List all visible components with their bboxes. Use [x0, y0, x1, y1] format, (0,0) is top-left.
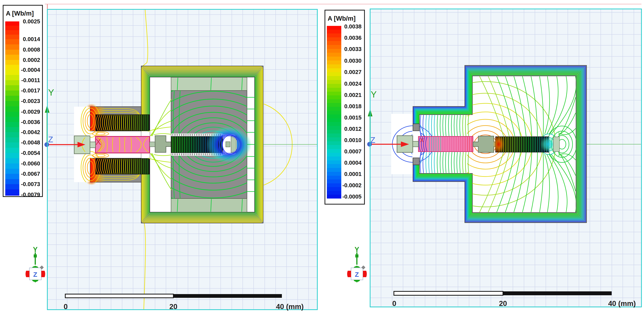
svg-text:A [Wb/m]: A [Wb/m]	[328, 15, 356, 22]
svg-text:0.0024: 0.0024	[344, 81, 362, 87]
svg-text:0.0027: 0.0027	[344, 69, 362, 75]
svg-text:0.0002: 0.0002	[23, 57, 40, 63]
svg-text:0.0012: 0.0012	[344, 126, 362, 132]
svg-text:-0.0067: -0.0067	[21, 171, 40, 177]
svg-text:Z: Z	[355, 271, 359, 278]
svg-text:-0.0029: -0.0029	[21, 109, 40, 115]
svg-text:0.0038: 0.0038	[344, 23, 362, 29]
svg-text:-0.0017: -0.0017	[21, 87, 40, 94]
svg-text:0.0018: 0.0018	[344, 103, 362, 109]
svg-text:0.0008: 0.0008	[23, 46, 40, 53]
svg-text:0.0010: 0.0010	[344, 137, 362, 143]
svg-text:0.0033: 0.0033	[344, 46, 362, 52]
svg-text:A [Wb/m]: A [Wb/m]	[6, 10, 34, 17]
svg-text:-0.0036: -0.0036	[21, 119, 40, 125]
svg-text:0.0001: 0.0001	[344, 171, 362, 177]
svg-text:Y: Y	[48, 87, 54, 97]
svg-text:40 (mm): 40 (mm)	[608, 300, 636, 308]
svg-text:20: 20	[499, 300, 507, 308]
svg-text:Y: Y	[354, 246, 359, 254]
svg-text:Z: Z	[48, 135, 53, 144]
svg-text:40 (mm): 40 (mm)	[276, 303, 304, 311]
svg-text:0.0036: 0.0036	[344, 35, 362, 41]
svg-text:0.0014: 0.0014	[23, 36, 40, 42]
svg-text:0.0007: 0.0007	[344, 148, 362, 155]
svg-text:-0.0060: -0.0060	[21, 160, 40, 167]
svg-text:-0.0079: -0.0079	[21, 192, 40, 198]
svg-text:20: 20	[169, 303, 177, 311]
svg-text:0: 0	[392, 300, 396, 308]
svg-text:0.0025: 0.0025	[23, 18, 40, 24]
svg-text:-0.0005: -0.0005	[342, 193, 362, 200]
svg-text:Y: Y	[33, 246, 38, 254]
svg-text:0.0030: 0.0030	[344, 58, 362, 64]
svg-text:Z: Z	[33, 271, 38, 278]
svg-text:0.0004: 0.0004	[344, 160, 362, 166]
svg-text:X: X	[96, 137, 101, 147]
svg-text:0.0015: 0.0015	[344, 114, 362, 121]
svg-text:-0.0048: -0.0048	[21, 139, 40, 146]
svg-text:Y: Y	[371, 89, 377, 99]
svg-text:-0.0002: -0.0002	[342, 182, 362, 188]
svg-text:-0.0054: -0.0054	[21, 150, 40, 156]
svg-text:-0.0011: -0.0011	[21, 77, 40, 83]
svg-text:-0.0042: -0.0042	[21, 129, 40, 135]
svg-text:0: 0	[64, 303, 68, 311]
svg-text:-0.0004: -0.0004	[21, 67, 40, 73]
svg-text:-0.0073: -0.0073	[21, 181, 40, 187]
svg-text:-0.0023: -0.0023	[21, 98, 40, 104]
svg-text:X: X	[420, 137, 424, 143]
svg-text:0.0021: 0.0021	[344, 92, 362, 98]
